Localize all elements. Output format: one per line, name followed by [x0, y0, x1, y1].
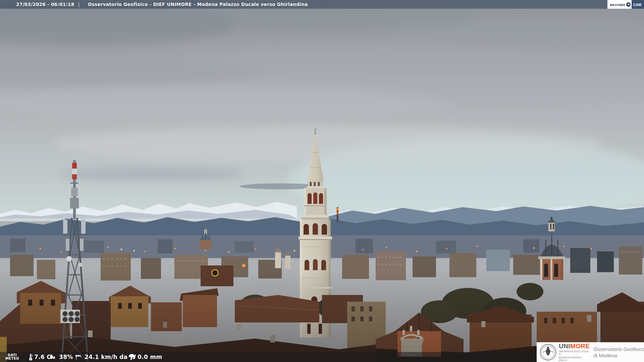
weathercam-weather-label: Weather [607, 0, 632, 9]
precipitation-value: 0.0 mm [138, 354, 162, 360]
webcam-photo [0, 0, 644, 362]
weathercam-cam-label: Cam [632, 0, 644, 9]
dati-meteo-label: DATI METEO [5, 352, 19, 362]
unimore-wordmark: UNIMORE [559, 343, 590, 350]
top-info-bar: 27/03/2026 - 06:01:18 | Osservatorio Geo… [0, 0, 644, 9]
camera-lens-icon [626, 2, 631, 7]
observatory-name-line1: Osservatorio Geofisico [594, 346, 644, 352]
university-name-line1: UNIVERSITÀ DEGLI STUDI DI [559, 350, 590, 356]
camera-title: Osservatorio Geofisico - DIEF UNIMORE - … [88, 2, 308, 7]
unimore-logo-box: UNIMORE UNIVERSITÀ DEGLI STUDI DI MODENA… [537, 342, 644, 362]
webcam-page: 27/03/2026 - 06:01:18 | Osservatorio Geo… [0, 0, 644, 362]
weather-text: Weather [610, 2, 625, 7]
observatory-name-line2: di Modena [594, 352, 644, 359]
unimore-uni-text: UNI [559, 343, 570, 350]
meteo-line: METEO [5, 357, 19, 360]
rain-icon [128, 352, 136, 362]
humidity-icon [49, 352, 56, 362]
thermometer-icon [27, 352, 34, 362]
datetime-text: 27/03/2026 - 06:01:18 [16, 2, 74, 7]
observatory-name: Osservatorio Geofisico di Modena [594, 346, 644, 359]
weathercam-logo: Weather Cam [607, 0, 644, 9]
temperature-value: 7.6 C [34, 354, 51, 360]
separator: | [78, 2, 80, 7]
unimore-seal-icon [540, 344, 556, 361]
unimore-more-text: MORE [570, 343, 590, 350]
windsock-icon [74, 352, 82, 362]
humidity-value: 38% [59, 354, 73, 360]
university-name-line2: MODENA E REGGIO EMILIA [559, 356, 590, 362]
